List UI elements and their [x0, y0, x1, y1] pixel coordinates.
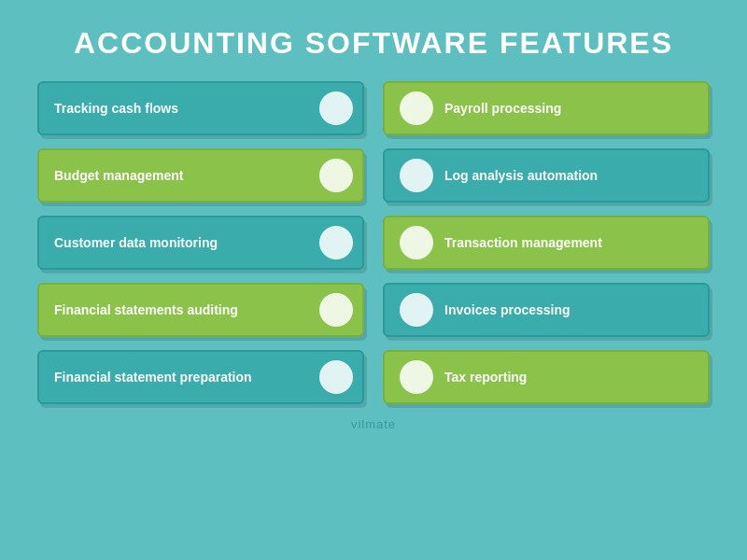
feature-label: Tax reporting — [444, 370, 698, 385]
feature-card: Transaction management — [383, 216, 710, 270]
feature-label: Invoices processing — [444, 302, 698, 317]
feature-label: Log analysis automation — [444, 168, 698, 183]
feature-card: Tracking cash flows — [37, 81, 364, 135]
feature-card: Budget management — [37, 148, 364, 203]
feature-label: Tracking cash flows — [54, 101, 319, 116]
feature-circle — [319, 293, 353, 327]
feature-label: Transaction management — [444, 235, 698, 250]
feature-circle — [319, 360, 353, 394]
feature-circle — [319, 91, 353, 125]
feature-label: Budget management — [54, 168, 319, 183]
feature-circle — [400, 360, 433, 394]
branding-label: vilmate — [351, 417, 396, 431]
feature-label: Financial statements auditing — [54, 302, 319, 317]
feature-circle — [400, 293, 433, 327]
feature-card: Financial statements auditing — [37, 283, 364, 337]
feature-circle — [319, 159, 353, 192]
feature-label: Financial statement preparation — [54, 370, 319, 385]
feature-label: Customer data monitoring — [54, 235, 319, 250]
features-grid: Tracking cash flowsPayroll processingBud… — [37, 81, 710, 404]
feature-circle — [400, 91, 433, 125]
feature-circle — [400, 159, 433, 192]
feature-circle — [319, 226, 353, 259]
feature-card: Financial statement preparation — [37, 350, 364, 404]
feature-card: Invoices processing — [383, 283, 710, 337]
feature-label: Payroll processing — [444, 101, 698, 116]
feature-card: Tax reporting — [383, 350, 710, 404]
feature-card: Payroll processing — [383, 81, 710, 135]
page-title: ACCOUNTING SOFTWARE FEATURES — [74, 26, 673, 61]
feature-card: Log analysis automation — [383, 148, 710, 203]
feature-card: Customer data monitoring — [37, 216, 364, 270]
feature-circle — [400, 226, 433, 259]
